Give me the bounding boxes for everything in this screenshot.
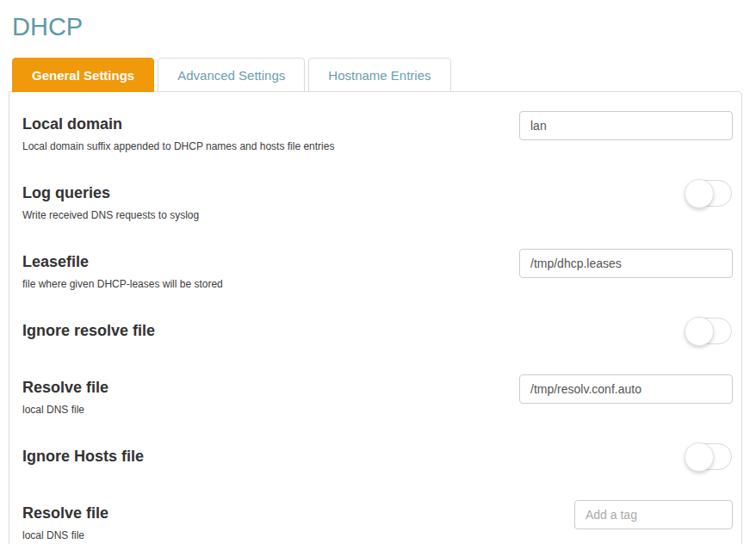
field-description: Write received DNS requests to syslog (22, 209, 502, 222)
form-row-resolve-file: Resolve file local DNS file (22, 379, 733, 417)
general-settings-panel: Local domain Local domain suffix appende… (9, 91, 742, 544)
ignore-hosts-file-toggle[interactable] (685, 443, 732, 470)
field-text-block: Leasefile file where given DHCP-leases w… (22, 253, 519, 291)
field-control (519, 249, 733, 278)
form-row-resolve-file-tag: Resolve file local DNS file (22, 504, 733, 542)
field-label: Local domain (22, 115, 502, 133)
field-control (519, 318, 733, 344)
field-label: Resolve file (22, 379, 502, 397)
field-label: Ignore Hosts file (22, 448, 502, 466)
form-row-leasefile: Leasefile file where given DHCP-leases w… (22, 253, 733, 291)
field-label: Ignore resolve file (22, 322, 502, 340)
field-description: local DNS file (22, 529, 502, 542)
toggle-knob-icon (685, 317, 714, 346)
ignore-resolve-file-toggle[interactable] (685, 318, 732, 344)
toggle-knob-icon (685, 442, 714, 472)
form-row-ignore-resolve-file: Ignore resolve file (22, 322, 733, 344)
field-control (519, 374, 733, 404)
page-title: DHCP (12, 12, 756, 41)
local-domain-input[interactable] (519, 111, 733, 140)
tab-general-settings[interactable]: General Settings (12, 58, 154, 92)
field-text-block: Resolve file local DNS file (22, 504, 519, 542)
tab-hostname-entries[interactable]: Hostname Entries (308, 58, 450, 92)
field-control (519, 180, 733, 207)
form-row-log-queries: Log queries Write received DNS requests … (22, 184, 733, 222)
field-text-block: Log queries Write received DNS requests … (22, 184, 519, 222)
field-label: Leasefile (22, 253, 502, 271)
field-description: local DNS file (22, 404, 502, 417)
field-description: file where given DHCP-leases will be sto… (22, 278, 502, 291)
log-queries-toggle[interactable] (685, 180, 732, 207)
settings-form: Local domain Local domain suffix appende… (22, 115, 733, 542)
resolve-file-tag-input[interactable] (574, 500, 733, 529)
field-label: Log queries (22, 184, 502, 202)
resolve-file-input[interactable] (519, 374, 733, 404)
settings-tab-bar: General Settings Advanced Settings Hostn… (12, 58, 756, 92)
tab-advanced-settings[interactable]: Advanced Settings (158, 58, 305, 92)
field-description: Local domain suffix appended to DHCP nam… (22, 140, 502, 153)
field-text-block: Ignore Hosts file (22, 448, 519, 466)
field-label: Resolve file (22, 504, 502, 522)
toggle-knob-icon (685, 179, 714, 208)
form-row-ignore-hosts-file: Ignore Hosts file (22, 448, 733, 470)
dhcp-settings-page: DHCP General Settings Advanced Settings … (0, 0, 756, 544)
field-control (519, 443, 733, 470)
field-text-block: Ignore resolve file (22, 322, 519, 340)
field-text-block: Resolve file local DNS file (22, 379, 519, 417)
leasefile-input[interactable] (519, 249, 733, 278)
field-control (519, 500, 733, 529)
field-text-block: Local domain Local domain suffix appende… (22, 115, 519, 153)
field-control (519, 111, 733, 140)
form-row-local-domain: Local domain Local domain suffix appende… (22, 115, 733, 153)
